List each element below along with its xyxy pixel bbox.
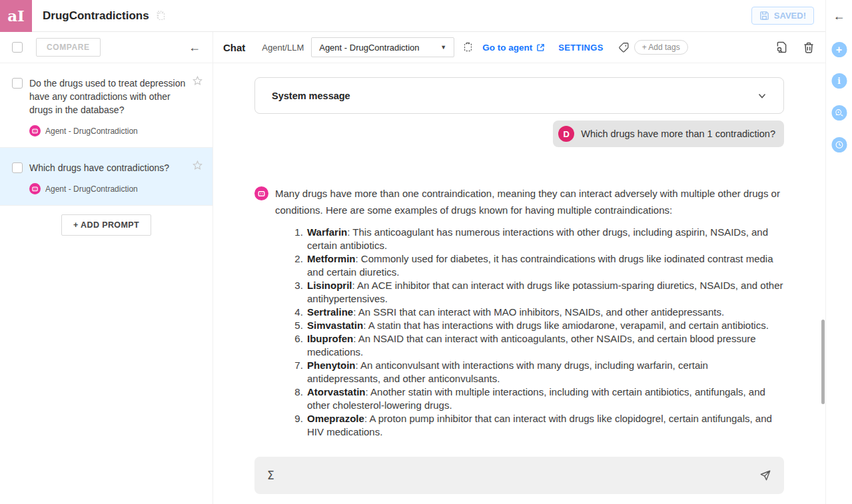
drug-name: Warfarin [307, 226, 347, 238]
star-icon[interactable] [192, 160, 203, 171]
sigma-variables-button[interactable]: Σ [267, 469, 274, 482]
assistant-message-row: Many drugs have more than one contraindi… [254, 185, 784, 439]
right-rail: ← + i [825, 0, 852, 504]
compare-button[interactable]: COMPARE [36, 38, 101, 57]
file-search-icon[interactable] [776, 41, 787, 53]
app-root: aI DrugContradictions SAVED! [0, 0, 852, 504]
main-column: aI DrugContradictions SAVED! [0, 0, 825, 504]
drug-name: Simvastatin [307, 320, 363, 331]
prompt-checkbox[interactable] [12, 78, 23, 89]
chat-content: System message D Which drugs have more t… [213, 63, 825, 504]
assistant-intro-text: Many drugs have more than one contraindi… [275, 185, 784, 218]
drug-name: Metformin [307, 253, 356, 264]
copy-title-icon[interactable] [156, 11, 166, 21]
robot-assistant-icon [254, 186, 268, 200]
drug-name: Sertraline [307, 306, 353, 318]
prompt-agent-row: Agent - DrugContradiction [29, 125, 186, 136]
prompt-body: Do the drugs used to treat depression ha… [29, 77, 186, 136]
robot-agent-icon [29, 183, 41, 194]
robot-agent-icon [29, 125, 41, 136]
page-title: DrugContradictions [43, 9, 149, 23]
drug-list-item: Sertraline: An SSRI that can interact wi… [306, 306, 784, 319]
agent-llm-label: Agent/LLM [262, 43, 304, 53]
drug-name: Lisinopril [307, 280, 352, 291]
copy-agent-icon[interactable] [463, 42, 473, 53]
trash-icon[interactable] [803, 42, 814, 53]
agent-select-dropdown[interactable]: Agent - DrugContradiction ▼ [311, 37, 454, 57]
user-message-text: Which drugs have more than 1 contradicti… [581, 128, 775, 139]
drug-name: Ibuprofen [307, 333, 353, 344]
drug-name: Omeprazole [307, 413, 364, 424]
drug-name: Phenytoin [307, 360, 356, 371]
chevron-down-icon[interactable] [757, 91, 767, 101]
settings-link[interactable]: SETTINGS [558, 43, 603, 53]
prompt-list-item-selected[interactable]: Which drugs have contradictions? Agent -… [0, 148, 213, 206]
rail-chat-button[interactable] [831, 105, 847, 121]
drug-list-item: Phenytoin: An anticonvulsant with intera… [306, 359, 784, 385]
sidebar-header: COMPARE ← [0, 32, 213, 63]
prompt-agent-row: Agent - DrugContradiction [29, 183, 186, 194]
system-message-card[interactable]: System message [254, 77, 784, 114]
assistant-drug-list: Warfarin: This anticoagulant has numerou… [275, 226, 784, 439]
message-composer: Σ [254, 457, 784, 494]
drug-list-item: Omeprazole: A proton pump inhibitor that… [306, 412, 784, 439]
saved-button[interactable]: SAVED! [751, 7, 814, 25]
drug-list-item: Ibuprofen: An NSAID that can interact wi… [306, 332, 784, 359]
body-row: COMPARE ← Do the drugs used to treat dep… [0, 32, 825, 504]
top-header: aI DrugContradictions SAVED! [0, 0, 825, 32]
select-all-checkbox[interactable] [12, 42, 23, 53]
chat-panel: Chat Agent/LLM Agent - DrugContradiction… [213, 32, 825, 504]
rail-back-arrow-icon[interactable]: ← [833, 10, 845, 22]
add-prompt-button[interactable]: + ADD PROMPT [61, 214, 151, 236]
chat-scrollbar-thumb[interactable] [821, 320, 825, 404]
assistant-message-body: Many drugs have more than one contraindi… [275, 185, 784, 439]
user-avatar: D [558, 126, 574, 142]
drug-list-item: Lisinopril: An ACE inhibitor that can in… [306, 279, 784, 306]
go-to-agent-label: Go to agent [482, 43, 532, 53]
prompt-sidebar: COMPARE ← Do the drugs used to treat dep… [0, 32, 213, 504]
drug-list-item: Warfarin: This anticoagulant has numerou… [306, 226, 784, 252]
collapse-sidebar-icon[interactable]: ← [189, 41, 201, 53]
prompt-agent-name: Agent - DrugContradiction [45, 126, 138, 136]
rail-history-button[interactable] [831, 137, 847, 152]
prompt-body: Which drugs have contradictions? Agent -… [29, 161, 186, 194]
send-icon[interactable] [759, 469, 771, 481]
add-tags-button[interactable]: + Add tags [634, 40, 688, 55]
drug-list-item: Metformin: Commonly used for diabetes, i… [306, 252, 784, 279]
drug-name: Atorvastatin [307, 386, 366, 397]
add-prompt-wrap: + ADD PROMPT [0, 206, 213, 244]
prompt-text: Do the drugs used to treat depression ha… [29, 77, 186, 117]
go-to-agent-link[interactable]: Go to agent [482, 43, 545, 53]
drug-list-item: Atorvastatin: Another statin with multip… [306, 385, 784, 412]
chat-input[interactable] [284, 457, 750, 494]
user-message-row: D Which drugs have more than 1 contradic… [254, 121, 784, 147]
agent-select-value: Agent - DrugContradiction [319, 43, 419, 53]
chevron-down-icon: ▼ [440, 44, 446, 51]
star-icon[interactable] [192, 75, 203, 87]
chat-title: Chat [223, 42, 245, 53]
drug-list-item: Simvastatin: A statin that has interacti… [306, 319, 784, 332]
chat-header: Chat Agent/LLM Agent - DrugContradiction… [213, 32, 825, 63]
saved-button-label: SAVED! [774, 11, 806, 21]
prompt-checkbox[interactable] [12, 162, 23, 173]
prompt-agent-name: Agent - DrugContradiction [45, 184, 138, 194]
prompt-list-item[interactable]: Do the drugs used to treat depression ha… [0, 63, 213, 148]
external-link-icon [536, 43, 545, 52]
user-message-bubble: D Which drugs have more than 1 contradic… [553, 121, 784, 147]
save-icon [759, 11, 769, 21]
prompt-text: Which drugs have contradictions? [29, 161, 186, 174]
rail-add-button[interactable]: + [831, 42, 847, 57]
system-message-label: System message [272, 91, 350, 101]
tag-icon[interactable] [618, 42, 630, 53]
app-logo[interactable]: aI [0, 0, 32, 32]
rail-info-button[interactable]: i [831, 73, 847, 89]
